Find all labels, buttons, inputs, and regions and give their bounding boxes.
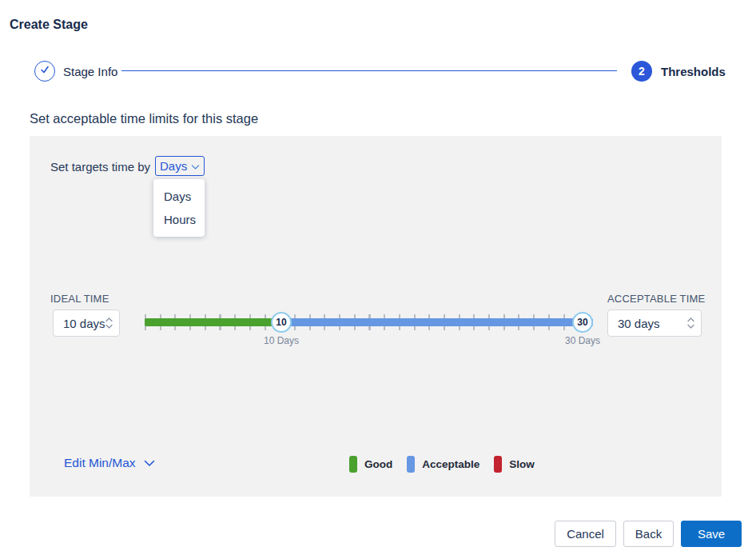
edit-minmax-label: Edit Min/Max — [64, 456, 136, 470]
slider-handle-max-value: 30 — [577, 317, 587, 328]
slider-handle-min[interactable]: 10 — [271, 312, 292, 333]
legend-label-good: Good — [364, 458, 392, 470]
acceptable-time-stepper[interactable] — [687, 317, 694, 329]
create-stage-dialog: Create Stage Stage Info 2 Thresholds Set… — [0, 0, 756, 559]
unit-select-value: Days — [160, 159, 187, 173]
stepper-up-icon — [105, 317, 113, 322]
legend-item-good: Good — [349, 456, 392, 473]
legend: Good Acceptable Slow — [349, 456, 535, 473]
legend-swatch-acceptable — [407, 456, 415, 473]
unit-option-hours[interactable]: Hours — [153, 208, 205, 231]
time-range-slider-track[interactable] — [145, 318, 593, 326]
step-2-label[interactable]: Thresholds — [661, 65, 726, 78]
unit-option-days[interactable]: Days — [153, 185, 205, 208]
chevron-down-icon — [144, 456, 155, 470]
step-1-label[interactable]: Stage Info — [63, 65, 117, 78]
stepper-down-icon — [687, 324, 694, 329]
legend-swatch-good — [349, 456, 357, 473]
ideal-time-input[interactable]: 10 days — [53, 309, 120, 337]
stepper-connector-line — [121, 70, 617, 71]
cancel-button[interactable]: Cancel — [555, 521, 616, 547]
legend-label-acceptable: Acceptable — [422, 458, 479, 470]
ideal-time-label: IDEAL TIME — [50, 293, 109, 305]
step-2-number: 2 — [639, 65, 645, 78]
acceptable-time-input[interactable]: 30 days — [607, 309, 702, 337]
legend-swatch-slow — [494, 456, 502, 473]
section-heading: Set acceptable time limits for this stag… — [30, 111, 258, 126]
save-button[interactable]: Save — [681, 521, 742, 547]
unit-select-dropdown[interactable]: Days — [155, 156, 205, 176]
step-1-complete-indicator[interactable] — [34, 61, 55, 82]
slider-segment-good — [145, 318, 281, 326]
slider-handle-min-value: 10 — [276, 317, 286, 328]
slider-segment-acceptable — [281, 318, 593, 326]
stepper-up-icon — [687, 317, 694, 322]
legend-item-acceptable: Acceptable — [407, 456, 479, 473]
step-2-active-indicator[interactable]: 2 — [631, 61, 652, 82]
ideal-time-stepper[interactable] — [105, 317, 113, 329]
acceptable-time-label: ACCEPTABLE TIME — [607, 293, 705, 305]
legend-label-slow: Slow — [509, 458, 535, 470]
ideal-time-value: 10 days — [63, 317, 105, 330]
unit-dropdown-menu: Days Hours — [153, 179, 205, 237]
slider-handle-max[interactable]: 30 — [572, 312, 593, 333]
check-icon — [39, 64, 50, 78]
set-targets-label: Set targets time by — [50, 160, 150, 174]
slider-min-caption: 10 Days — [257, 335, 305, 346]
slider-max-caption: 30 Days — [559, 335, 607, 346]
legend-item-slow: Slow — [494, 456, 535, 473]
acceptable-time-value: 30 days — [618, 317, 660, 330]
back-button[interactable]: Back — [623, 521, 674, 547]
edit-minmax-link[interactable]: Edit Min/Max — [64, 456, 155, 470]
stepper-down-icon — [105, 324, 113, 329]
chevron-down-icon — [191, 159, 200, 173]
page-title: Create Stage — [10, 18, 88, 32]
